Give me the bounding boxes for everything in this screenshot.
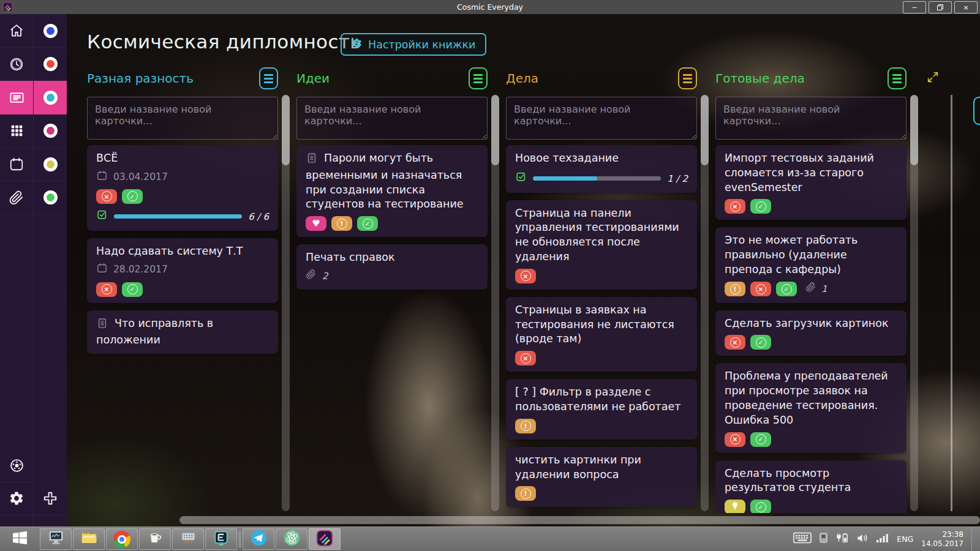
book-settings-label: Настройки книжки (368, 39, 476, 51)
card-title: Печать справок (306, 250, 478, 265)
windows-start-icon (12, 530, 28, 548)
card[interactable]: [ ? ] Фильтр в разделе с пользователями … (506, 379, 697, 440)
taskbar-app-coffee-cup[interactable] (139, 528, 171, 550)
home-icon (9, 23, 24, 39)
column-scrollbar[interactable] (491, 95, 499, 511)
card[interactable]: Новое техзадание1 / 2 (506, 145, 697, 193)
attachment-count: 2 (322, 270, 328, 282)
restore-button[interactable] (929, 1, 952, 13)
card-title: чистить картинки при удалении вопроса (515, 453, 688, 482)
badge-reject: × (515, 351, 536, 365)
sidebar-item-add-book[interactable] (34, 482, 67, 515)
badge-warning: ! (331, 216, 352, 231)
expand-arrows-icon[interactable] (926, 70, 940, 84)
keyboard-icon[interactable] (793, 532, 812, 546)
taskbar-app-system-monitor[interactable] (40, 528, 72, 550)
book-color-dot-icon (43, 190, 58, 204)
sidebar-item-board[interactable] (0, 81, 33, 114)
card-title: Импорт тестовых заданий сломается из-за … (725, 151, 897, 195)
book-settings-button[interactable]: Настройки книжки (341, 33, 486, 56)
card[interactable]: Проблема у преподавателей при просмотре … (715, 363, 907, 452)
badge-approve: ✓ (750, 432, 771, 447)
card[interactable]: ВСЁ03.04.2017×✓6 / 6 (87, 145, 278, 231)
start-button[interactable] (0, 527, 39, 551)
board-column-4: Готовые делаИмпорт тестовых заданий слом… (715, 67, 907, 90)
sidebar-book-dot-board[interactable] (34, 81, 67, 114)
signal-bars-icon[interactable] (876, 533, 889, 545)
card[interactable]: Что исправлять в положении (87, 310, 278, 354)
battery-plug-icon[interactable] (835, 533, 849, 545)
sidebar-book-dot-clock[interactable] (34, 48, 67, 81)
show-desktop-button[interactable] (971, 527, 976, 551)
column-menu-button[interactable] (888, 67, 907, 89)
new-card-input[interactable] (506, 97, 697, 140)
attachment-icon (9, 190, 24, 206)
board-scrollbar-track[interactable] (951, 95, 952, 511)
circle-check-icon: ✓ (756, 434, 766, 444)
taskbar-app-file-explorer[interactable] (73, 528, 105, 550)
window-box-icon[interactable] (820, 533, 827, 545)
note-icon (306, 152, 318, 168)
column-scrollbar[interactable] (701, 95, 709, 511)
sidebar-book-dot-attachment[interactable] (34, 181, 67, 215)
chrome-icon (113, 531, 130, 548)
sidebar-item-settings[interactable] (0, 482, 33, 515)
card[interactable]: Пароли могут быть временными и назначать… (296, 145, 488, 237)
card[interactable]: Страницы в заявках на тестирования не ли… (506, 297, 697, 372)
new-card-input[interactable] (296, 97, 488, 140)
card[interactable]: Надо сдавать систему Т.Т28.02.2017×✓ (87, 238, 278, 303)
sidebar-item-calendar[interactable] (0, 148, 33, 181)
taskbar-app-zis-utility[interactable] (172, 528, 204, 550)
checklist-ratio: 6 / 6 (248, 211, 269, 223)
circle-cross-icon: × (730, 434, 741, 444)
sidebar-item-clock[interactable] (0, 48, 33, 81)
taskbar-separator (238, 527, 242, 551)
new-card-input[interactable] (715, 97, 907, 140)
card[interactable]: Импорт тестовых заданий сломается из-за … (715, 145, 907, 220)
speaker-icon[interactable] (857, 533, 869, 545)
column-menu-button[interactable] (678, 67, 697, 89)
horizontal-scrollbar[interactable] (179, 516, 980, 524)
sidebar-book-dot-home[interactable] (34, 14, 67, 48)
new-card-input[interactable] (87, 97, 278, 140)
card[interactable]: чистить картинки при удалении вопроса! (506, 447, 697, 508)
grid-icon (9, 123, 24, 138)
note-icon (96, 317, 108, 334)
column-menu-button[interactable] (469, 67, 488, 89)
card-title: Это не может работать правильно (удалени… (725, 233, 897, 277)
sidebar-item-attachment[interactable] (0, 181, 33, 215)
sidebar-item-home[interactable] (0, 14, 33, 48)
book-color-dot-icon (43, 24, 58, 38)
minimize-button[interactable]: − (903, 1, 926, 13)
circle-check-icon: ✓ (756, 201, 766, 212)
circle-exclamation-icon: ! (730, 284, 741, 294)
taskbar-app-cosmic-everyday[interactable] (309, 528, 341, 550)
clock[interactable]: 23:38 14.05.2017 (921, 530, 963, 549)
card[interactable]: Сделать загрузчик картинок×✓ (715, 310, 907, 356)
taskbar-app-google-chrome[interactable] (106, 528, 138, 550)
sidebar-book-dot-calendar[interactable] (34, 148, 67, 181)
taskbar-app-atom-editor[interactable] (276, 528, 307, 550)
board-column-3: ДелаНовое техзадание1 / 2Страница на пан… (506, 67, 697, 90)
clock-icon (9, 56, 24, 72)
card-title: ВСЁ (96, 151, 269, 166)
language-indicator[interactable]: ENG (897, 534, 913, 544)
sidebar-item-wheel[interactable] (0, 449, 33, 482)
column-scrollbar[interactable] (910, 95, 918, 511)
column-menu-button[interactable] (259, 67, 278, 89)
card[interactable]: Сделать просмотр результатов студента✓ (715, 460, 907, 513)
taskbar-app-telegram[interactable] (243, 528, 274, 550)
card-title: Проблема у преподавателей при просмотре … (725, 369, 897, 427)
card[interactable]: Печать справок2 (296, 244, 488, 290)
badge-reject: × (725, 335, 745, 350)
taskbar-apps (39, 527, 341, 551)
sidebar-item-grid[interactable] (0, 114, 33, 148)
badge-approve: ✓ (750, 500, 771, 513)
close-button[interactable]: × (954, 1, 978, 13)
window-title: Cosmic Everyday (0, 0, 980, 14)
column-scrollbar[interactable] (282, 95, 290, 511)
sidebar-book-dot-grid[interactable] (34, 114, 67, 148)
card[interactable]: Страница на панели управления тестирован… (506, 200, 697, 290)
card[interactable]: Это не может работать правильно (удалени… (715, 227, 907, 302)
taskbar-app-e-monitor[interactable] (205, 528, 237, 550)
